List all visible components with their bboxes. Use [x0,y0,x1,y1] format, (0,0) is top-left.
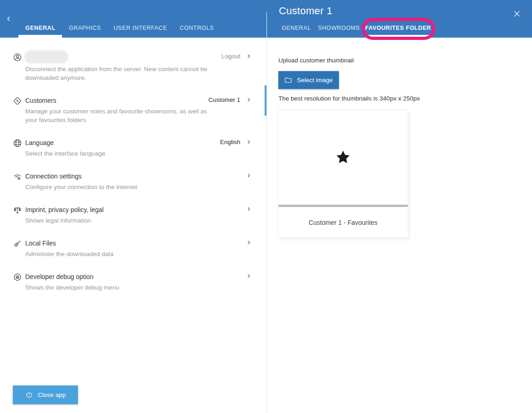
settings-item-title: Customers [25,96,208,105]
right-header: Customer 1 GENERAL SHOWROOMS FAVOURITES … [267,0,532,38]
chevron-right-icon [246,53,251,59]
panel-title: Customer 1 [279,5,332,17]
tab-user-interface[interactable]: USER INTERFACE [114,25,167,31]
globe-icon [13,138,25,148]
close-app-label: Close app [38,391,66,398]
tab-general[interactable]: GENERAL [25,25,55,31]
settings-screen: GENERAL GRAPHICS USER INTERFACE CONTROLS… [0,0,532,413]
selected-item-indicator [265,85,266,116]
chevron-left-icon [6,16,12,22]
settings-item-title: Imprint, privacy policy, legal [25,205,223,214]
card-caption: Customer 1 - Favourites [278,207,408,238]
customers-handshake-icon [13,96,25,106]
select-image-label: Select image [297,77,332,84]
close-app-button[interactable]: Close app [13,385,78,404]
scales-icon [13,205,25,215]
tab-customer-general[interactable]: GENERAL [282,25,311,31]
settings-item-logout[interactable]: Disconnect the application from the serv… [13,52,251,82]
settings-item-local-files[interactable]: Local Files Administer the downloaded da… [13,239,251,258]
power-icon [25,391,33,399]
tab-favourites-folder[interactable]: FAVOURITES FOLDER [365,25,431,31]
settings-item-description: Shows the developer debug menu [25,283,220,292]
select-image-button[interactable]: Select image [278,71,339,89]
debug-target-icon [13,272,25,282]
broom-icon [13,239,25,248]
close-icon [513,10,521,18]
resolution-hint: The best resolution for thumbnails is 34… [278,95,420,102]
wifi-settings-icon [13,172,25,181]
settings-item-description: Select the interface language [25,149,220,158]
settings-item-description: Shows legal information [25,216,220,225]
upload-thumbnail-label: Upload customer thumbnail [278,57,354,64]
settings-item-title: Language [25,138,220,147]
settings-item-imprint[interactable]: Imprint, privacy policy, legal Shows leg… [13,205,251,225]
settings-item-description: Administer the downloaded data [25,250,220,258]
chevron-right-icon [246,139,251,145]
settings-item-title: Developer debug option [25,272,223,281]
settings-item-value: Logout [222,53,240,60]
tab-controls[interactable]: CONTROLS [180,25,214,31]
favourites-thumbnail-card[interactable]: Customer 1 - Favourites [278,110,408,238]
settings-item-value: Customer 1 [208,96,240,103]
tab-graphics[interactable]: GRAPHICS [69,25,101,31]
chevron-right-icon [246,96,251,102]
settings-item-connection[interactable]: Connection settings Configure your conne… [13,172,251,191]
tab-showrooms[interactable]: SHOWROOMS [318,25,360,31]
settings-item-description: Manage your customer notes and favourite… [25,107,208,124]
back-button[interactable] [4,14,14,24]
settings-item-value: English [220,139,240,145]
settings-list: Disconnect the application from the serv… [0,38,267,413]
settings-item-developer-debug[interactable]: Developer debug option Shows the develop… [13,272,251,292]
settings-item-language[interactable]: Language Select the interface language E… [13,138,251,158]
settings-item-title: Local Files [25,239,223,248]
chevron-right-icon [246,239,251,245]
star-icon [278,110,408,205]
settings-item-title: Connection settings [25,172,223,181]
redacted-username [24,50,68,63]
close-panel-button[interactable] [510,7,524,21]
chevron-right-icon [246,206,251,212]
folder-icon [284,77,292,84]
settings-item-description: Disconnect the application from the serv… [25,65,220,82]
chevron-right-icon [246,172,251,178]
account-circle-icon [13,52,25,62]
chevron-right-icon [246,273,251,279]
left-header: GENERAL GRAPHICS USER INTERFACE CONTROLS [0,0,267,38]
settings-item-customers[interactable]: Customers Manage your customer notes and… [13,96,251,124]
customer-detail-panel: Customer 1 GENERAL SHOWROOMS FAVOURITES … [267,0,532,413]
settings-item-description: Configure your connection to the interne… [25,183,220,191]
active-tab-underline [368,35,429,38]
